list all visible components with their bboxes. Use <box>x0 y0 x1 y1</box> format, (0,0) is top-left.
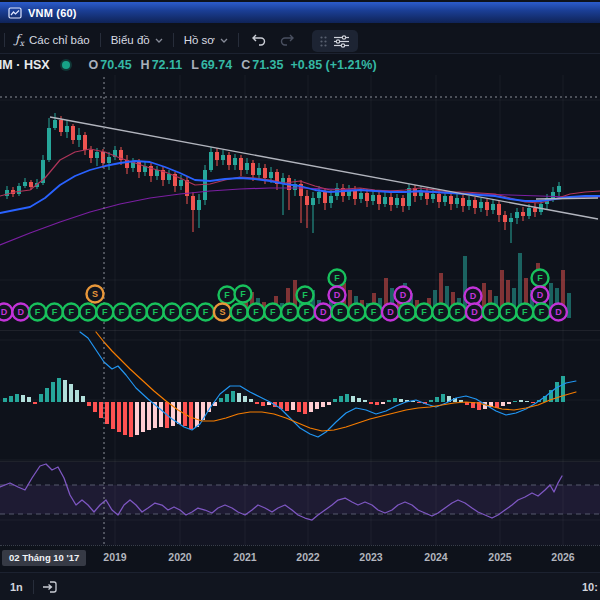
close-label: C <box>241 58 250 72</box>
svg-text:F: F <box>52 307 58 317</box>
svg-text:F: F <box>334 273 340 283</box>
svg-text:F: F <box>421 307 427 317</box>
chart-menu-button[interactable]: Biểu đồ <box>101 28 173 52</box>
signal-badges: SFFFFDDDFDDDFFFFFFFFFFFSFFFFFDFFFDFFFFDF… <box>0 270 567 321</box>
crosshair-date-label: 02 Tháng 10 '17 <box>2 550 86 566</box>
svg-text:F: F <box>152 307 158 317</box>
svg-text:D: D <box>470 291 477 301</box>
svg-text:F: F <box>236 307 242 317</box>
svg-text:D: D <box>387 307 394 317</box>
close-value: 71.35 <box>252 58 283 72</box>
axis-year-label: 2024 <box>424 551 447 563</box>
axis-year-label: 2023 <box>359 551 382 563</box>
svg-text:S: S <box>219 307 225 317</box>
svg-text:F: F <box>302 290 308 300</box>
indicators-button[interactable]: ƒx Các chỉ báo <box>5 28 100 52</box>
change-value: +0.85 (+1.21%) <box>290 58 376 72</box>
svg-text:D: D <box>18 307 25 317</box>
svg-text:F: F <box>186 307 192 317</box>
svg-text:F: F <box>169 307 175 317</box>
chart-tab-icon <box>8 7 22 19</box>
svg-text:F: F <box>404 307 410 317</box>
undo-button[interactable] <box>245 28 273 52</box>
ma-slow-line <box>0 188 600 245</box>
svg-text:F: F <box>354 307 360 317</box>
svg-text:D: D <box>400 290 407 300</box>
svg-text:D: D <box>555 307 562 317</box>
svg-text:F: F <box>224 290 230 300</box>
axis-year-label: 2022 <box>296 551 319 563</box>
high-label: H <box>141 58 150 72</box>
svg-text:D: D <box>1 307 8 317</box>
window-title-bar[interactable]: VNM (60) <box>0 2 600 23</box>
axis-year-label: 2019 <box>103 551 126 563</box>
svg-text:D: D <box>334 290 341 300</box>
svg-text:F: F <box>119 307 125 317</box>
macd-histogram <box>3 376 565 437</box>
svg-text:F: F <box>488 307 494 317</box>
svg-text:F: F <box>85 307 91 317</box>
candlesticks <box>5 113 561 243</box>
svg-text:F: F <box>253 307 259 317</box>
svg-text:F: F <box>455 307 461 317</box>
toolbar-divider <box>238 33 239 47</box>
footer-divider <box>33 580 34 594</box>
svg-text:F: F <box>304 307 310 317</box>
symbol-legend: VNM · HSX O 70.45 H 72.11 L 69.74 C 71.3… <box>0 57 377 73</box>
symbol-name: VNM · HSX <box>0 58 50 72</box>
chevron-down-icon <box>220 38 228 43</box>
svg-text:D: D <box>537 290 544 300</box>
chart-settings-button[interactable] <box>312 30 358 52</box>
svg-text:F: F <box>35 307 41 317</box>
svg-text:D: D <box>471 307 478 317</box>
axis-year-label: 2021 <box>233 551 256 563</box>
svg-text:F: F <box>505 307 511 317</box>
drag-handle-icon <box>320 36 327 47</box>
svg-text:S: S <box>92 289 98 299</box>
axis-year-label: 2025 <box>488 551 511 563</box>
svg-text:F: F <box>287 307 293 317</box>
svg-text:F: F <box>240 289 246 299</box>
sliders-icon <box>333 35 350 48</box>
clock-label[interactable]: 10: <box>582 581 600 593</box>
svg-text:F: F <box>537 273 543 283</box>
svg-text:F: F <box>136 307 142 317</box>
svg-text:F: F <box>203 307 209 317</box>
time-axis[interactable]: 02 Tháng 10 '17 201920202021202220232024… <box>0 545 600 573</box>
profile-menu-button[interactable]: Hồ sơ <box>174 28 238 52</box>
open-label: O <box>89 58 99 72</box>
high-value: 72.11 <box>152 58 183 72</box>
fx-icon: ƒx <box>15 32 24 48</box>
svg-text:F: F <box>102 307 108 317</box>
redo-button[interactable] <box>273 28 301 52</box>
chevron-down-icon <box>155 38 163 43</box>
tab-title: VNM (60) <box>28 7 77 19</box>
svg-text:D: D <box>320 307 327 317</box>
svg-text:F: F <box>270 307 276 317</box>
low-label: L <box>191 58 199 72</box>
svg-text:F: F <box>371 307 377 317</box>
axis-year-label: 2020 <box>168 551 191 563</box>
go-to-date-icon <box>42 579 58 595</box>
low-value: 69.74 <box>201 58 232 72</box>
bottom-toolbar: 1n 10: <box>0 572 600 600</box>
svg-text:F: F <box>337 307 343 317</box>
open-value: 70.45 <box>100 58 131 72</box>
chart-canvas[interactable]: SFFFFDDDFDDDFFFFFFFFFFFSFFFFFDFFFDFFFFDF… <box>0 75 600 545</box>
go-to-date-button[interactable] <box>42 579 58 595</box>
svg-text:F: F <box>522 307 528 317</box>
axis-year-label: 2026 <box>551 551 574 563</box>
svg-text:F: F <box>539 307 545 317</box>
chart-toolbar: ƒx Các chỉ báo Biểu đồ Hồ sơ <box>0 27 600 54</box>
market-open-dot-icon <box>62 61 70 69</box>
interval-button[interactable]: 1n <box>0 581 33 593</box>
trading-app-window: VNM (60) ƒx Các chỉ báo Biểu đồ Hồ sơ <box>0 0 600 600</box>
svg-text:F: F <box>438 307 444 317</box>
pane-backgrounds <box>0 462 600 545</box>
svg-text:F: F <box>68 307 74 317</box>
